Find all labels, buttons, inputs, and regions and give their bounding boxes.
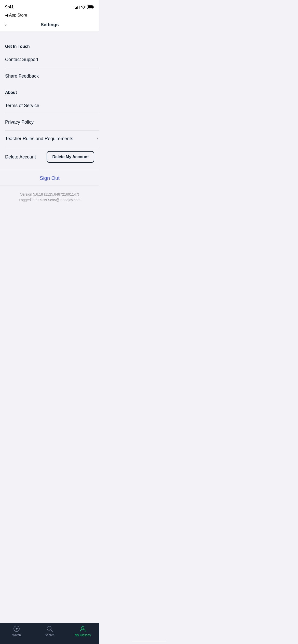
- status-time: 9:41: [5, 5, 14, 10]
- section-gap-top: [0, 31, 99, 40]
- version-text: Version 5.6.18 (1125.848721691147): [5, 192, 94, 197]
- svg-rect-2: [88, 6, 93, 8]
- about-section: About Terms of Service Privacy Policy Te…: [0, 86, 99, 169]
- get-in-touch-header: Get In Touch: [0, 40, 99, 51]
- about-header: About: [0, 86, 99, 97]
- sign-out-button[interactable]: Sign Out: [40, 175, 60, 181]
- app-store-back-text: ◀ App Store: [5, 13, 27, 18]
- nav-header: ‹ Settings: [0, 20, 99, 31]
- back-icon: ‹: [5, 22, 7, 28]
- svg-rect-1: [93, 6, 94, 8]
- share-feedback-label: Share Feedback: [5, 74, 39, 79]
- delete-account-row: Delete Account Delete My Account: [0, 147, 99, 167]
- status-bar: 9:41: [0, 0, 99, 12]
- logged-in-text: Logged in as 92609c85@moodjoy.com: [5, 197, 94, 203]
- terms-of-service-label: Terms of Service: [5, 103, 39, 108]
- battery-icon: [87, 5, 94, 9]
- wifi-icon: [81, 5, 86, 9]
- terms-of-service-item[interactable]: Terms of Service: [0, 97, 99, 114]
- back-button[interactable]: ‹: [5, 22, 7, 28]
- sign-out-section: Sign Out: [0, 169, 99, 185]
- signal-icon: [75, 5, 79, 9]
- scroll-indicator: [97, 138, 98, 139]
- delete-my-account-button[interactable]: Delete My Account: [47, 151, 94, 163]
- get-in-touch-section: Get In Touch Contact Support Share Feedb…: [0, 40, 99, 86]
- version-info: Version 5.6.18 (1125.848721691147) Logge…: [0, 185, 99, 213]
- privacy-policy-item[interactable]: Privacy Policy: [0, 114, 99, 130]
- contact-support-label: Contact Support: [5, 57, 38, 62]
- privacy-policy-label: Privacy Policy: [5, 120, 34, 125]
- app-store-back[interactable]: ◀ App Store: [0, 12, 99, 20]
- status-icons: [75, 5, 94, 9]
- delete-account-label: Delete Account: [5, 154, 36, 160]
- main-content: Get In Touch Contact Support Share Feedb…: [0, 31, 99, 235]
- teacher-rules-item[interactable]: Teacher Rules and Requirements: [0, 130, 99, 147]
- teacher-rules-label: Teacher Rules and Requirements: [5, 136, 73, 141]
- contact-support-item[interactable]: Contact Support: [0, 51, 99, 68]
- page-title: Settings: [40, 22, 59, 27]
- share-feedback-item[interactable]: Share Feedback: [0, 68, 99, 84]
